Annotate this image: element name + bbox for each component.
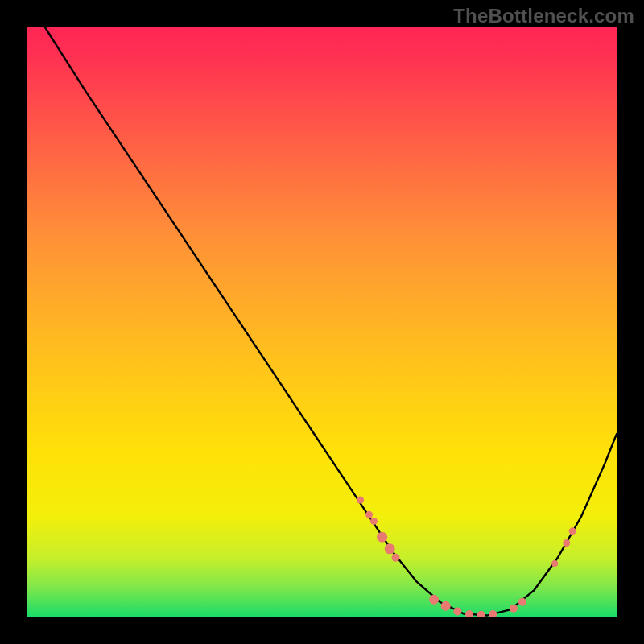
- highlight-dot: [518, 598, 526, 606]
- highlight-dot: [510, 605, 518, 613]
- chart-container: TheBottleneck.com: [0, 0, 644, 644]
- gradient-bg: [27, 27, 617, 617]
- highlight-dot: [370, 518, 378, 525]
- watermark-text: TheBottleneck.com: [453, 5, 634, 27]
- highlight-dot: [429, 595, 439, 605]
- highlight-dot: [392, 554, 400, 562]
- highlight-dot: [569, 527, 576, 535]
- highlight-dot: [551, 560, 558, 567]
- highlight-dot: [377, 532, 387, 543]
- highlight-dot: [453, 607, 461, 615]
- plot-area: [27, 27, 617, 617]
- highlight-dot: [385, 543, 395, 554]
- highlight-dot: [365, 511, 373, 518]
- highlight-dot: [357, 497, 364, 504]
- plot-svg: [27, 27, 617, 617]
- highlight-dot: [563, 539, 570, 547]
- highlight-dot: [441, 601, 451, 611]
